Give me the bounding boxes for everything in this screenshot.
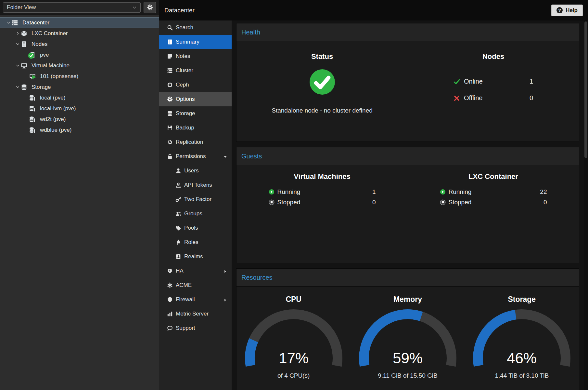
lxc-column: LXC Container Running 22 Stopped: [408, 165, 579, 263]
proxmox-window: Folder View Datacenter LXC Container: [0, 0, 588, 390]
vm-title: Virtual Machines: [294, 172, 350, 181]
menu-item-replication[interactable]: Replication: [159, 135, 232, 149]
tree-item-storage-local-lvm[interactable]: local-lvm (pve): [0, 103, 159, 114]
bar-chart-icon: [167, 311, 173, 317]
chevron-down-icon: [132, 5, 137, 10]
tree-item-label: Nodes: [32, 41, 47, 47]
menu-item-options[interactable]: Options: [159, 92, 232, 106]
menu-item-users[interactable]: Users: [159, 164, 232, 178]
resources-panel: Resources CPU 17% of 4 CPU(s): [236, 268, 579, 390]
menu-item-support[interactable]: Support: [159, 321, 232, 335]
menu-item-api-tokens[interactable]: API Tokens: [159, 178, 232, 192]
sticky-note-icon: [167, 53, 173, 60]
health-panel: Health Status Standalone node - no clust…: [236, 23, 579, 142]
tree-settings-button[interactable]: [144, 2, 156, 13]
menu-item-ha[interactable]: HA: [159, 264, 232, 278]
resources-panel-header: Resources: [236, 269, 579, 287]
menu-item-cluster[interactable]: Cluster: [159, 63, 232, 78]
storage-gauge: Storage 46% 1.44 TiB of 3.10 TiB: [465, 295, 578, 390]
nodes-offline-row: Offline 0: [454, 90, 533, 106]
menu-item-notes[interactable]: Notes: [159, 49, 232, 63]
storage-icon: [29, 127, 36, 133]
chevron-right-icon: [223, 269, 228, 273]
lxc-stopped-label: Stopped: [449, 199, 472, 206]
online-count: 1: [530, 78, 533, 85]
vertical-scrollbar[interactable]: [584, 20, 588, 390]
chevron-down-icon[interactable]: [5, 20, 12, 25]
chevron-right-icon: [223, 297, 228, 302]
tree-item-storage-wd2t[interactable]: wd2t (pve): [0, 114, 159, 125]
memory-gauge-subtitle: 9.11 GiB of 15.50 GiB: [378, 372, 437, 379]
menu-item-groups[interactable]: Groups: [159, 207, 232, 221]
status-message: Standalone node - no cluster defined: [272, 107, 373, 114]
vm-stopped-label: Stopped: [277, 199, 300, 206]
nodes-title: Nodes: [482, 52, 504, 61]
storage-gauge-title: Storage: [508, 295, 536, 304]
menu-item-two-factor[interactable]: Two Factor: [159, 192, 232, 207]
gear-icon: [167, 96, 173, 102]
menu-item-permissions[interactable]: Permissions: [159, 149, 232, 164]
tree-item-storage-local[interactable]: local (pve): [0, 92, 159, 103]
tree-item-nodes[interactable]: Nodes: [0, 39, 159, 49]
tree-item-lxc-container[interactable]: LXC Container: [0, 28, 159, 39]
users-group-icon: [175, 210, 182, 217]
vm-running-icon: [29, 73, 36, 80]
storage-gauge-arc: 46%: [469, 308, 575, 371]
lxc-stopped-row: Stopped 0: [440, 197, 547, 208]
menu-item-firewall[interactable]: Firewall: [159, 292, 232, 307]
vm-stopped-count: 0: [372, 199, 376, 206]
help-button[interactable]: ? Help: [551, 5, 583, 16]
play-badge-icon: [31, 74, 37, 80]
node-online-icon: [29, 52, 36, 58]
chevron-down-icon[interactable]: [14, 63, 21, 68]
vm-running-label: Running: [277, 188, 300, 195]
memory-gauge-value: 59%: [393, 350, 423, 367]
stop-circle-icon: [269, 199, 275, 205]
online-label: Online: [464, 78, 483, 85]
search-icon: [167, 24, 173, 31]
menu-item-storage[interactable]: Storage: [159, 106, 232, 121]
lxc-running-row: Running 22: [440, 187, 547, 197]
chevron-down-icon[interactable]: [14, 85, 21, 89]
menu-item-acme[interactable]: ACME: [159, 278, 232, 292]
storage-gauge-subtitle: 1.44 TiB of 3.10 TiB: [495, 372, 549, 379]
tree-item-label: local (pve): [40, 95, 65, 101]
tree-item-pve[interactable]: pve: [0, 49, 159, 60]
tree-item-datacenter[interactable]: Datacenter: [0, 17, 159, 28]
menu-item-realms[interactable]: Realms: [159, 249, 232, 264]
tree-item-storage-wdblue[interactable]: wdblue (pve): [0, 125, 159, 135]
address-book-icon: [175, 253, 182, 260]
tree-item-vm-101[interactable]: 101 (opnsense): [0, 71, 159, 82]
resource-tree-panel: Folder View Datacenter LXC Container: [0, 0, 159, 390]
unlock-icon: [167, 153, 173, 160]
tree-toolbar: Folder View: [0, 0, 159, 15]
vm-running-row: Running 1: [269, 187, 376, 197]
status-title: Status: [311, 52, 333, 61]
database-icon: [21, 84, 28, 90]
menu-item-search[interactable]: Search: [159, 20, 232, 35]
server-icon: [167, 67, 173, 74]
nodes-online-row: Online 1: [454, 73, 533, 90]
chevron-down-icon[interactable]: [14, 42, 21, 46]
check-icon: [454, 78, 460, 85]
retweet-icon: [167, 139, 173, 145]
tree-item-virtual-machine[interactable]: Virtual Machine: [0, 60, 159, 71]
tree-item-storage[interactable]: Storage: [0, 82, 159, 92]
question-circle-icon: ?: [556, 7, 563, 13]
offline-count: 0: [530, 94, 533, 102]
menu-item-ceph[interactable]: Ceph: [159, 78, 232, 92]
menu-item-pools[interactable]: Pools: [159, 221, 232, 235]
menu-item-summary[interactable]: Summary: [159, 35, 232, 49]
menu-item-roles[interactable]: Roles: [159, 235, 232, 249]
guests-panel-header: Guests: [236, 147, 579, 165]
view-mode-select[interactable]: Folder View: [3, 2, 141, 13]
chevron-right-icon[interactable]: [14, 31, 21, 35]
cross-icon: [454, 95, 460, 101]
storage-gauge-value: 46%: [507, 350, 537, 367]
user-outline-icon: [175, 182, 182, 188]
menu-item-metric-server[interactable]: Metric Server: [159, 307, 232, 321]
heartbeat-icon: [167, 268, 173, 274]
cpu-gauge-value: 17%: [279, 350, 309, 367]
menu-item-backup[interactable]: Backup: [159, 121, 232, 135]
scrollbar-thumb[interactable]: [584, 21, 587, 158]
